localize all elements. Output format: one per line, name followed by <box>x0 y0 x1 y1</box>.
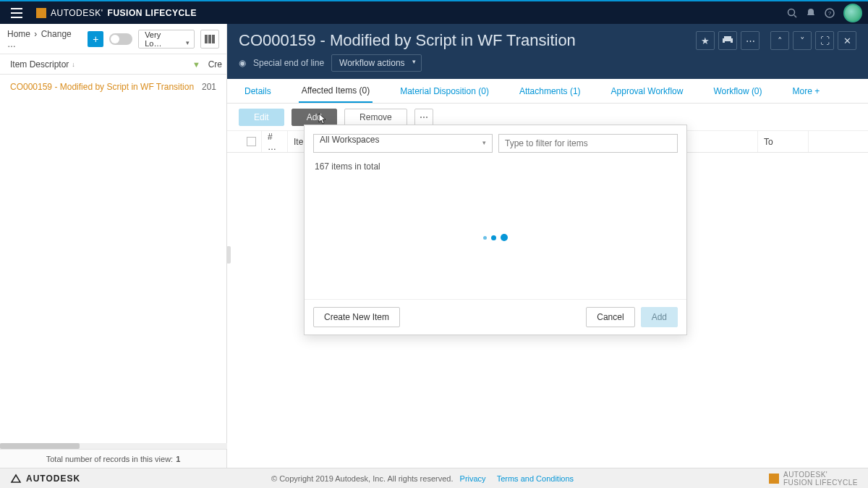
footer-brand-name: FUSION LIFECYCLE <box>783 479 858 487</box>
logo-icon <box>36 8 46 18</box>
help-icon[interactable]: ? <box>820 8 839 18</box>
create-new-item-button[interactable]: Create New Item <box>313 307 400 327</box>
left-list: CO000159 - Modified by Script in WF Tran… <box>0 75 226 449</box>
left-footer-text: Total number of records in this view: <box>46 455 173 463</box>
tab-workflow[interactable]: Workflow (0) <box>710 79 765 103</box>
workspace-select[interactable]: All Workspaces <box>313 134 493 153</box>
tab-details[interactable]: Details <box>242 79 274 103</box>
expand-icon[interactable]: ⛶ <box>815 31 834 50</box>
th-number[interactable]: # … <box>262 131 288 152</box>
brand-name: FUSION LIFECYCLE <box>108 8 197 18</box>
col-descriptor[interactable]: Item Descriptor <box>10 59 69 70</box>
h-scrollbar[interactable] <box>0 443 227 449</box>
pin-icon: ◉ <box>239 58 246 68</box>
close-icon[interactable]: ✕ <box>838 31 856 50</box>
splitter-handle[interactable] <box>226 246 231 264</box>
svg-point-0 <box>788 9 795 15</box>
print-icon[interactable] <box>718 31 737 50</box>
page-title: CO000159 - Modified by Script in WF Tran… <box>239 31 692 50</box>
workspace-select-label: All Workspaces <box>320 135 379 145</box>
crumb-home[interactable]: Home <box>7 29 30 39</box>
tab-attachments[interactable]: Attachments (1) <box>516 79 584 103</box>
chevron-down-icon[interactable]: ˅ <box>793 31 812 50</box>
footer-brand: AUTODESK' FUSION LIFECYCLE <box>769 471 858 487</box>
top-bar: AUTODESK' FUSION LIFECYCLE ? <box>0 0 868 24</box>
left-list-header: Item Descriptor ↓ ▼ Cre <box>0 54 226 75</box>
svg-rect-4 <box>208 35 211 43</box>
tab-approval-workflow[interactable]: Approval Workflow <box>608 79 686 103</box>
avatar[interactable] <box>843 4 862 22</box>
loading-dot-icon <box>491 235 496 240</box>
svg-rect-6 <box>724 36 731 38</box>
filter-icon[interactable]: ▼ <box>192 60 200 69</box>
left-panel: Home › Change … + Very Lo… Item Descript… <box>0 24 227 468</box>
svg-rect-3 <box>205 35 208 43</box>
left-footer-count: 1 <box>176 455 180 463</box>
bell-icon[interactable] <box>801 8 820 18</box>
view-toggle[interactable] <box>109 33 132 45</box>
svg-rect-8 <box>725 41 731 45</box>
favorite-icon[interactable]: ★ <box>696 31 715 50</box>
add-item-button[interactable]: + <box>88 31 103 47</box>
left-footer: Total number of records in this view: 1 <box>0 449 226 468</box>
add-items-dialog: All Workspaces 167 items in total Create… <box>304 125 687 335</box>
brand-prefix: AUTODESK' <box>51 8 103 18</box>
edit-button[interactable]: Edit <box>239 109 284 126</box>
more-button[interactable]: ⋯ <box>414 109 433 126</box>
th-to[interactable]: To <box>758 131 809 152</box>
scroll-thumb[interactable] <box>0 443 80 449</box>
footer-logo-text: AUTODESK <box>26 474 80 484</box>
th-checkbox[interactable] <box>242 131 262 152</box>
list-item-desc: CO000159 - Modified by Script in WF Tran… <box>10 82 202 92</box>
wf-actions-label: Workflow actions <box>339 58 404 68</box>
privacy-link[interactable]: Privacy <box>460 474 486 483</box>
dialog-add-button[interactable]: Add <box>641 307 678 327</box>
loading-dot-icon <box>501 234 508 241</box>
terms-link[interactable]: Terms and Conditions <box>497 474 574 483</box>
search-icon[interactable] <box>783 8 801 18</box>
footer-copy: © Copyright 2019 Autodesk, Inc. All righ… <box>271 474 453 483</box>
columns-icon[interactable] <box>200 30 219 49</box>
chevron-up-icon[interactable]: ˄ <box>770 31 789 50</box>
list-item[interactable]: CO000159 - Modified by Script in WF Tran… <box>0 75 226 99</box>
crumb-sep: › <box>34 29 37 39</box>
items-count-text: 167 items in total <box>305 161 686 176</box>
tab-material-disposition[interactable]: Material Disposition (0) <box>397 79 492 103</box>
loading-indicator <box>305 176 686 299</box>
menu-icon[interactable] <box>6 8 27 18</box>
footer-brand-prefix: AUTODESK' <box>783 471 858 479</box>
brand: AUTODESK' FUSION LIFECYCLE <box>36 8 197 18</box>
tabs: Details Affected Items (0) Material Disp… <box>227 79 868 104</box>
footer-logo: AUTODESK <box>10 474 80 484</box>
filter-input[interactable] <box>498 134 678 153</box>
main-header: CO000159 - Modified by Script in WF Tran… <box>227 24 868 79</box>
left-toolbar: Home › Change … + Very Lo… <box>0 24 226 54</box>
list-item-yr: 201 <box>202 82 216 92</box>
svg-rect-5 <box>212 35 215 43</box>
breadcrumb[interactable]: Home › Change … <box>7 29 82 49</box>
tab-more[interactable]: More + <box>790 79 823 103</box>
tab-affected-items[interactable]: Affected Items (0) <box>299 79 373 103</box>
col-cre[interactable]: Cre <box>208 59 222 70</box>
add-button[interactable]: Add <box>292 109 337 126</box>
workflow-actions-button[interactable]: Workflow actions <box>331 54 421 72</box>
cancel-button[interactable]: Cancel <box>586 307 634 327</box>
loading-dot-icon <box>483 236 487 240</box>
status-text: Special end of line <box>253 58 324 68</box>
view-select[interactable]: Very Lo… <box>138 30 195 49</box>
footer-logo-icon <box>769 474 779 484</box>
view-select-label: Very Lo… <box>145 30 161 48</box>
sort-down-icon[interactable]: ↓ <box>72 61 75 68</box>
more-actions-icon[interactable]: ⋯ <box>741 31 760 50</box>
remove-button[interactable]: Remove <box>344 109 407 126</box>
page-footer: AUTODESK © Copyright 2019 Autodesk, Inc.… <box>0 468 868 488</box>
svg-text:?: ? <box>828 10 832 17</box>
